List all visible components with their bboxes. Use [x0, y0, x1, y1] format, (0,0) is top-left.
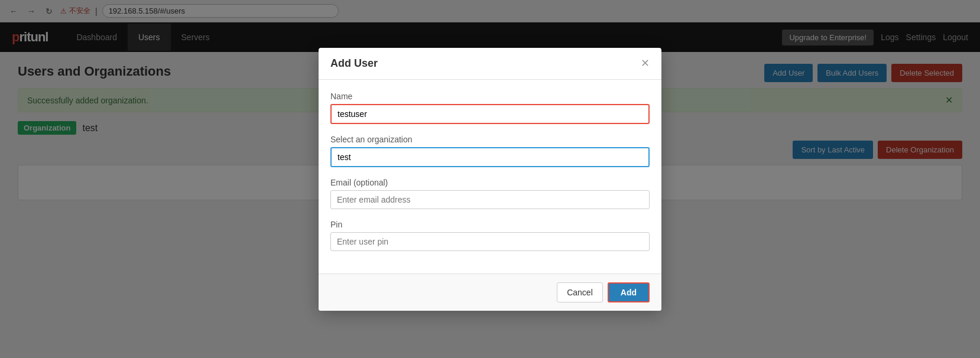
name-label: Name: [330, 92, 650, 101]
modal-title: Add User: [330, 57, 378, 70]
pin-input[interactable]: [330, 232, 650, 251]
pin-label: Pin: [330, 220, 650, 229]
modal-header: Add User ✕: [319, 48, 661, 80]
modal-close-button[interactable]: ✕: [641, 58, 650, 69]
cancel-button[interactable]: Cancel: [557, 282, 603, 302]
add-button[interactable]: Add: [608, 282, 650, 302]
add-user-modal: Add User ✕ Name Select an organization E…: [319, 48, 661, 311]
email-field-group: Email (optional): [330, 178, 650, 209]
email-label: Email (optional): [330, 178, 650, 187]
org-label: Select an organization: [330, 135, 650, 144]
modal-footer: Cancel Add: [319, 274, 661, 311]
name-field-group: Name: [330, 92, 650, 124]
modal-body: Name Select an organization Email (optio…: [319, 80, 661, 274]
name-input[interactable]: [330, 104, 650, 124]
org-input[interactable]: [330, 147, 650, 167]
org-field-group: Select an organization: [330, 135, 650, 167]
pin-field-group: Pin: [330, 220, 650, 251]
modal-overlay: Add User ✕ Name Select an organization E…: [0, 0, 980, 358]
email-input[interactable]: [330, 190, 650, 209]
